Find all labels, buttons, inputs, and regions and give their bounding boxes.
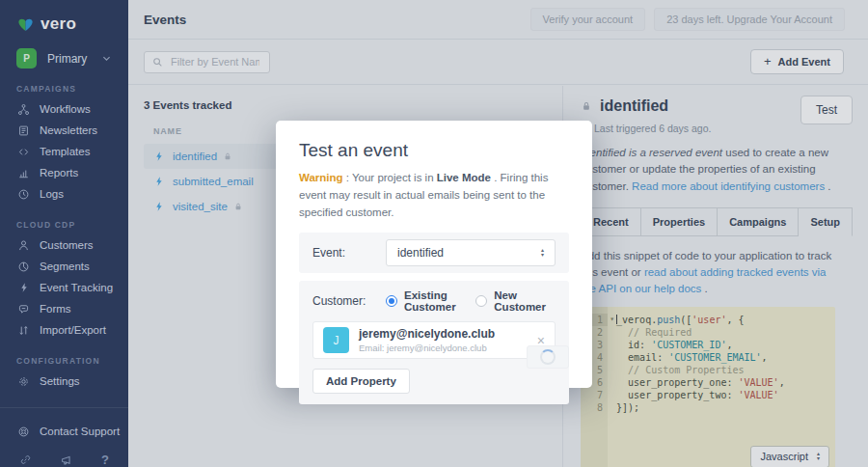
existing-customer-label: Existing Customer [404,289,466,313]
existing-customer-radio[interactable] [386,295,397,307]
close-icon[interactable]: × [537,336,545,345]
customer-avatar: J [323,327,349,353]
event-select-value: identified [397,246,444,260]
warning-label: Warning [299,172,343,183]
app-window: vero P Primary CAMPAIGNSWorkflowsNewslet… [0,0,868,467]
submit-test-button-loading[interactable] [527,345,569,369]
customer-card: J jeremy@nicelydone.club Email: jeremy@n… [312,321,556,359]
loading-spinner-icon [540,349,556,365]
test-event-modal: Test an event Warning : Your project is … [276,121,592,388]
new-customer-label: New Customer [494,289,546,313]
select-stepper-icon: ▴▾ [541,248,544,258]
event-select[interactable]: identified ▴▾ [386,239,556,266]
customer-field-section: Customer: Existing Customer New Customer… [299,281,569,404]
warning-message: Warning : Your project is in Live Mode .… [299,170,569,221]
event-field-row: Event: identified ▴▾ [299,233,569,273]
customer-email-sub: Email: jeremy@nicelydone.club [359,343,495,353]
customer-field-label: Customer: [312,294,386,308]
event-field-label: Event: [312,246,386,260]
new-customer-radio[interactable] [475,295,487,307]
customer-email: jeremy@nicelydone.club [359,327,495,341]
live-mode-label: Live Mode [437,172,491,183]
modal-title: Test an event [299,140,569,161]
add-property-button[interactable]: Add Property [312,369,410,394]
